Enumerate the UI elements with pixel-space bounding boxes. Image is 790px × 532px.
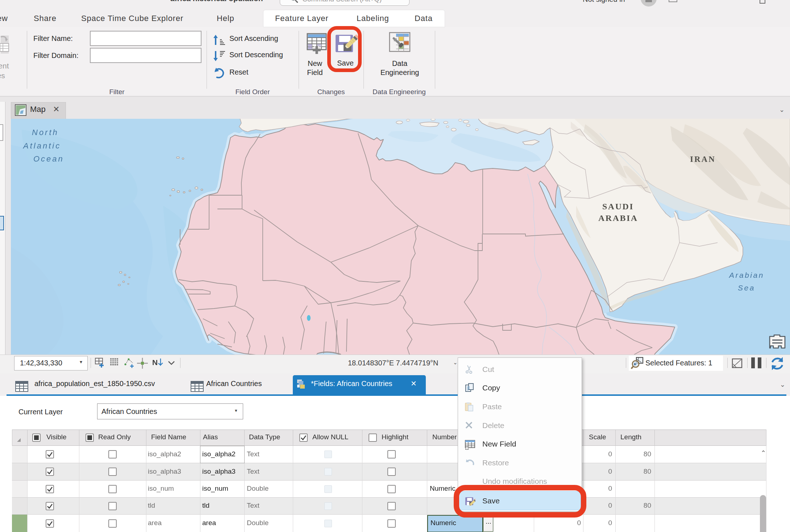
- svg-text:ARABIA: ARABIA: [598, 213, 638, 223]
- svg-text:Arabian: Arabian: [728, 271, 764, 279]
- svg-text:Ocean: Ocean: [33, 154, 64, 163]
- svg-text:IRAN: IRAN: [690, 155, 716, 164]
- svg-text:Sea: Sea: [738, 284, 755, 292]
- svg-text:Atlantic: Atlantic: [22, 141, 61, 150]
- svg-text:N: N: [152, 358, 158, 366]
- svg-text:SAUDI: SAUDI: [602, 202, 634, 211]
- svg-text:North: North: [32, 128, 59, 137]
